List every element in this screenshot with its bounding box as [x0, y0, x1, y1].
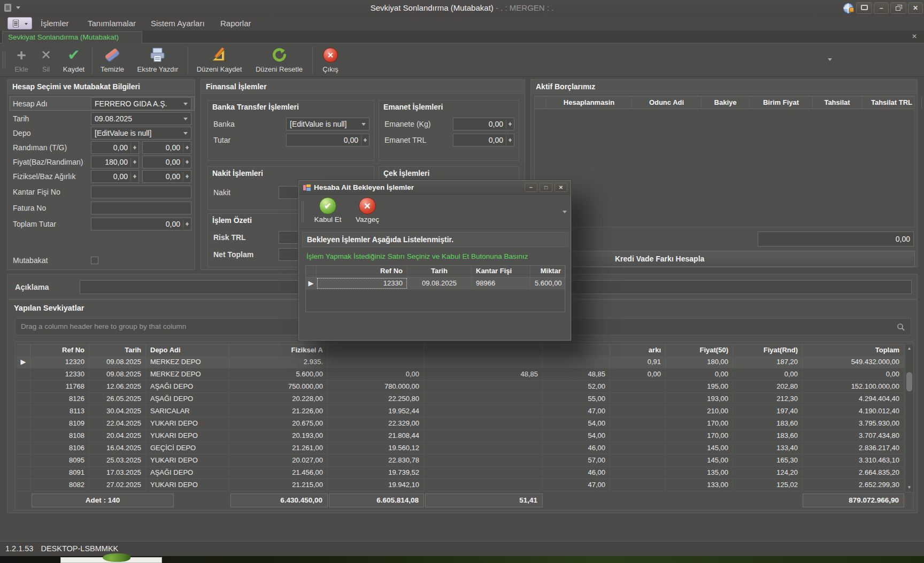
cell-farki[interactable]: [610, 393, 666, 405]
cell-ref-no[interactable]: 12330: [30, 368, 89, 380]
cell-farki[interactable]: [610, 454, 666, 466]
cell-fiziksel[interactable]: 21.456,00: [229, 467, 328, 479]
menu-raporlar[interactable]: Raporlar: [218, 16, 253, 30]
cell-fiyatrnd[interactable]: 125,02: [733, 479, 803, 491]
column-header[interactable]: Kantar Fişi: [472, 266, 530, 277]
cell-col7[interactable]: 47,00: [543, 405, 610, 417]
menu-tanimlamalar[interactable]: Tanımlamalar: [86, 16, 138, 30]
fiyat-spinner-2[interactable]: 0,00: [142, 156, 191, 168]
cell-toplam[interactable]: 4.190.012,40: [803, 405, 904, 417]
cell-depo-adi[interactable]: AŞAĞI DEPO: [146, 393, 229, 405]
cell-tarih[interactable]: 12.06.2025: [89, 381, 146, 392]
column-header[interactable]: arkı: [610, 344, 666, 356]
cell-col6[interactable]: [424, 467, 543, 479]
cell-farki[interactable]: [610, 418, 666, 429]
column-header[interactable]: Bakiye: [702, 97, 750, 109]
table-row[interactable]: 11768 12.06.2025 AŞAĞI DEPO 750.000,00 7…: [17, 381, 904, 393]
cell-fiyatrnd[interactable]: 202,80: [733, 381, 803, 392]
fatura-input[interactable]: [91, 202, 191, 214]
cell-col6[interactable]: [424, 454, 543, 466]
cell-tarih[interactable]: 20.04.2025: [89, 430, 146, 442]
cell-ref-no[interactable]: 8091: [30, 467, 89, 479]
cell-toplam[interactable]: 4.294.404,40: [803, 393, 904, 405]
banka-combo[interactable]: [EditValue is null]: [286, 118, 369, 130]
column-header[interactable]: [328, 344, 424, 356]
cell-ref-no[interactable]: 8113: [30, 405, 89, 417]
cell-tarih[interactable]: 16.04.2025: [89, 442, 146, 454]
cell-fiziksel[interactable]: 20.228,00: [229, 393, 328, 405]
randiman-spinner-2[interactable]: 0,00: [142, 141, 191, 154]
cell-farki[interactable]: 0,91: [610, 356, 666, 368]
cell-col6[interactable]: [424, 393, 543, 405]
cell-col6[interactable]: [424, 405, 543, 417]
table-row[interactable]: 12330 09.08.2025 MERKEZ DEPO 5.600,00 0,…: [17, 368, 904, 381]
reset-layout-button[interactable]: Düzeni Resetle: [248, 45, 310, 75]
tab-sevkiyat-sonlandirma[interactable]: Sevkiyat Sonlandırma (Mutabakat): [2, 31, 142, 43]
cell-farki[interactable]: [610, 381, 666, 392]
cell-fiyat50[interactable]: 210,00: [666, 405, 733, 417]
cell-toplam[interactable]: 3.310.463,10: [803, 454, 904, 466]
column-header[interactable]: Ref No: [30, 344, 89, 356]
restore-button[interactable]: [890, 2, 906, 14]
cell-fiyat50[interactable]: 133,00: [666, 479, 733, 491]
scroll-up-icon[interactable]: ▲: [905, 344, 913, 353]
cell-tarih[interactable]: 27.02.2025: [89, 479, 146, 491]
column-header[interactable]: Fiyat(50): [666, 344, 733, 356]
kantar-fisi-input[interactable]: [91, 186, 191, 198]
emanet-trl-spinner[interactable]: 0,00: [453, 134, 514, 146]
cell-col7[interactable]: [543, 356, 610, 368]
cell-col6[interactable]: [424, 430, 543, 442]
cell-fiyat50[interactable]: 170,00: [666, 430, 733, 442]
table-row[interactable]: 8091 17.03.2025 AŞAĞI DEPO 21.456,00 19.…: [17, 467, 904, 479]
cell-fiziksel[interactable]: 20.027,00: [229, 454, 328, 466]
vertical-scrollbar[interactable]: ▲ ▼: [905, 344, 914, 492]
table-row[interactable]: 8109 22.04.2025 YUKARI DEPO 20.675,00 22…: [17, 418, 904, 430]
cell-col6[interactable]: [424, 479, 543, 491]
cell-farki[interactable]: [610, 479, 666, 491]
cell-ref-no[interactable]: 8109: [30, 418, 89, 429]
depo-combo[interactable]: [EditValue is null]: [91, 127, 191, 140]
cell-depo-adi[interactable]: YUKARI DEPO: [146, 418, 229, 429]
save-layout-button[interactable]: Düzeni Kaydet: [190, 45, 248, 75]
cell-tarih[interactable]: 09.08.2025: [89, 368, 146, 380]
cell-farki[interactable]: 0,00: [610, 368, 666, 380]
cell-fiyat50[interactable]: 170,00: [666, 418, 733, 429]
cell-col7[interactable]: 46,00: [543, 467, 610, 479]
accept-button[interactable]: ✔Kabul Et: [307, 197, 348, 223]
table-row[interactable]: ▶ 12320 09.08.2025 MERKEZ DEPO 2.935. 0,…: [17, 356, 904, 368]
cell-col7[interactable]: 54,00: [543, 430, 610, 442]
cell-fiyatrnd[interactable]: 183,60: [733, 430, 803, 442]
column-header[interactable]: Tahsilat: [813, 97, 862, 109]
dialog-toolbar-grip[interactable]: [302, 201, 304, 222]
cell-col7[interactable]: 48,85: [543, 368, 610, 380]
column-header[interactable]: Hesaplanmasin: [546, 97, 632, 109]
cell-ref-no[interactable]: 8106: [30, 442, 89, 454]
mutabakat-checkbox[interactable]: [91, 257, 98, 264]
dialog-minimize-button[interactable]: –: [525, 183, 537, 192]
cell-col5[interactable]: 19.560,12: [328, 442, 424, 454]
cell-ref-no[interactable]: 8095: [30, 454, 89, 466]
scroll-down-icon[interactable]: ▼: [905, 483, 913, 492]
cell-col5[interactable]: 22.250,80: [328, 393, 424, 405]
cell-col6[interactable]: 48,85: [424, 368, 543, 380]
application-menu-button[interactable]: [7, 17, 32, 29]
cell-fiziksel[interactable]: 2.935.: [229, 356, 328, 368]
cell-depo-adi[interactable]: YUKARI DEPO: [146, 430, 229, 442]
cell-fiziksel[interactable]: 21.215,00: [229, 479, 328, 491]
cell-fiyat50[interactable]: 0,00: [666, 368, 733, 380]
cell-col6[interactable]: [424, 381, 543, 392]
column-header[interactable]: Ref No: [317, 266, 407, 277]
dialog-maximize-button[interactable]: □: [540, 183, 552, 192]
column-header[interactable]: Miktar: [530, 266, 566, 277]
column-header[interactable]: [543, 344, 610, 356]
cell-tarih[interactable]: 30.04.2025: [89, 405, 146, 417]
cell-kantar-fisi[interactable]: 98966: [472, 277, 530, 289]
table-row[interactable]: 8106 16.04.2025 GEÇİCİ DEPO 21.261,00 19…: [17, 442, 904, 454]
cell-fiyatrnd[interactable]: 124,20: [733, 467, 803, 479]
cancel-button[interactable]: ✕Vazgeç: [350, 197, 384, 223]
cell-fiyat50[interactable]: 145,00: [666, 454, 733, 466]
cell-fiyat50[interactable]: 135,00: [666, 467, 733, 479]
save-button[interactable]: ✔Kaydet: [58, 45, 90, 75]
cell-toplam[interactable]: 3.795.930,00: [803, 418, 904, 429]
cell-col6[interactable]: [424, 356, 543, 368]
